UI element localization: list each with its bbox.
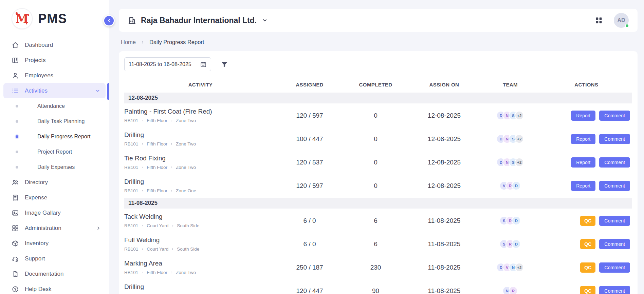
- qc-button[interactable]: QC: [580, 286, 595, 294]
- sidebar-item-documentation[interactable]: Documentation: [0, 266, 109, 281]
- comment-button[interactable]: Comment: [599, 181, 630, 191]
- date-range-input[interactable]: 11-08-2025 to 16-08-2025: [124, 57, 211, 71]
- location-segment: Zone Two: [176, 118, 196, 123]
- activity-title[interactable]: Tie Rod Fixing: [124, 155, 273, 162]
- team-more-chip[interactable]: +2: [515, 158, 524, 167]
- location-segment: Zone Two: [176, 270, 196, 275]
- comment-button[interactable]: Comment: [599, 239, 630, 249]
- qc-button[interactable]: QC: [580, 216, 595, 226]
- team-more-chip[interactable]: +2: [515, 111, 524, 120]
- comment-button[interactable]: Comment: [599, 111, 630, 121]
- activity-title[interactable]: Tack Welding: [124, 213, 273, 220]
- comment-button[interactable]: Comment: [599, 157, 630, 168]
- sidebar-subitem-label: Daily Expenses: [37, 164, 75, 170]
- sidebar-item-projects[interactable]: Projects: [0, 53, 109, 68]
- location-segment: RB101: [124, 188, 138, 193]
- bullet-icon: [16, 120, 18, 123]
- home-icon: [12, 41, 19, 49]
- sidebar-item-inventory[interactable]: Inventory: [0, 236, 109, 251]
- doc-icon: [12, 270, 19, 278]
- team-more-chip[interactable]: +2: [515, 263, 524, 272]
- assigned-value: 120 / 537: [277, 159, 343, 166]
- chevron-right-icon: [141, 247, 144, 251]
- chevron-right-icon: [141, 119, 144, 122]
- sidebar-subitem-label: Project Report: [37, 149, 72, 155]
- sidebar-item-dashboard[interactable]: Dashboard: [0, 37, 109, 53]
- logo[interactable]: M PMS: [0, 0, 109, 35]
- activity-title[interactable]: Painting - First Coat (Fire Red): [124, 108, 273, 115]
- activity-title[interactable]: Drilling: [124, 178, 273, 185]
- team-cell: SRD: [480, 216, 541, 225]
- filter-row: 11-08-2025 to 16-08-2025: [124, 57, 632, 71]
- apps-grid-icon[interactable]: [595, 16, 603, 24]
- building-icon: [128, 16, 136, 25]
- team-more-chip[interactable]: +2: [515, 134, 524, 143]
- sidebar-item-expense[interactable]: Expense: [0, 190, 109, 205]
- completed-value: 6: [343, 240, 408, 248]
- sidebar-subitem-daily-expenses[interactable]: Daily Expenses: [0, 159, 109, 175]
- activity-location-path: RB101Fifth FloorZone One: [124, 188, 273, 193]
- location-segment: Fifth Floor: [147, 165, 167, 170]
- company-selector[interactable]: Raja Bahadur International Ltd.: [128, 16, 268, 25]
- comment-button[interactable]: Comment: [599, 216, 630, 226]
- report-button[interactable]: Report: [571, 134, 595, 144]
- qc-button[interactable]: QC: [580, 262, 595, 273]
- sidebar-subitem-label: Daily Task Planning: [37, 118, 85, 124]
- activity-title[interactable]: Drilling: [124, 283, 273, 291]
- filter-icon[interactable]: [221, 61, 228, 68]
- assigned-value: 120 / 447: [277, 287, 343, 294]
- team-member-avatar[interactable]: D: [512, 181, 521, 190]
- online-status-dot: [625, 24, 629, 28]
- sidebar-item-help-desk[interactable]: Help Desk: [0, 281, 109, 294]
- comment-button[interactable]: Comment: [599, 262, 630, 273]
- activity-cell: DrillingRB101Fifth FloorZone Two: [124, 281, 277, 294]
- assigned-value: 120 / 597: [277, 182, 343, 190]
- chevron-right-icon: [141, 189, 144, 193]
- sidebar-item-support[interactable]: Support: [0, 251, 109, 266]
- help-icon: [12, 286, 19, 293]
- sidebar-item-activities[interactable]: Activities: [3, 83, 106, 98]
- team-member-avatar[interactable]: D: [512, 239, 521, 249]
- chevron-right-icon: [171, 224, 174, 228]
- avatar-initials: AD: [617, 17, 625, 23]
- assign-on-date: 12-08-2025: [409, 135, 480, 143]
- team-cell: NR: [480, 286, 541, 294]
- comment-button[interactable]: Comment: [599, 134, 630, 144]
- sidebar-item-directory[interactable]: Directory: [0, 175, 109, 190]
- user-avatar[interactable]: AD: [614, 13, 629, 28]
- logo-icon: M: [12, 8, 33, 29]
- report-button[interactable]: Report: [571, 157, 595, 168]
- assign-on-date: 11-08-2025: [409, 240, 480, 248]
- activity-title[interactable]: Full Welding: [124, 236, 273, 244]
- sidebar-item-label: Image Gallary: [25, 210, 61, 216]
- sidebar-subitem-daily-task-planning[interactable]: Daily Task Planning: [0, 114, 109, 129]
- sidebar-item-employees[interactable]: Employees: [0, 68, 109, 83]
- location-segment: RB101: [124, 141, 138, 146]
- sidebar-subitem-attendance[interactable]: Attendance: [0, 98, 109, 114]
- grid-icon: [12, 224, 19, 232]
- team-cell: SRD: [480, 239, 541, 249]
- actions-cell: QCComment: [541, 262, 632, 273]
- activity-title[interactable]: Marking Area: [124, 260, 273, 267]
- report-button[interactable]: Report: [571, 181, 595, 191]
- report-button[interactable]: Report: [571, 111, 595, 121]
- sidebar-collapse-button[interactable]: [103, 15, 115, 26]
- activity-title[interactable]: Drilling: [124, 131, 273, 139]
- location-segment: Zone One: [176, 188, 196, 193]
- location-segment: Fifth Floor: [147, 188, 167, 193]
- activity-location-path: RB101Fifth FloorZone Two: [124, 141, 273, 146]
- sidebar-item-label: Expense: [25, 194, 47, 201]
- sidebar-subitem-daily-progress-report[interactable]: Daily Progress Report: [0, 129, 109, 144]
- activity-cell: Painting - First Coat (Fire Red)RB101Fif…: [124, 106, 277, 125]
- team-member-avatar[interactable]: R: [509, 286, 518, 294]
- activity-cell: Marking AreaRB101Fifth FloorZone Two: [124, 258, 277, 277]
- sidebar-item-image-gallary[interactable]: Image Gallary: [0, 205, 109, 220]
- sidebar-item-label: Employees: [25, 72, 53, 79]
- qc-button[interactable]: QC: [580, 239, 595, 249]
- sidebar-subitem-project-report[interactable]: Project Report: [0, 144, 109, 159]
- sidebar-item-administration[interactable]: Administration: [0, 220, 109, 236]
- team-member-avatar[interactable]: D: [512, 216, 521, 225]
- assign-on-date: 12-08-2025: [409, 159, 480, 166]
- comment-button[interactable]: Comment: [599, 286, 630, 294]
- breadcrumb-home[interactable]: Home: [121, 39, 136, 45]
